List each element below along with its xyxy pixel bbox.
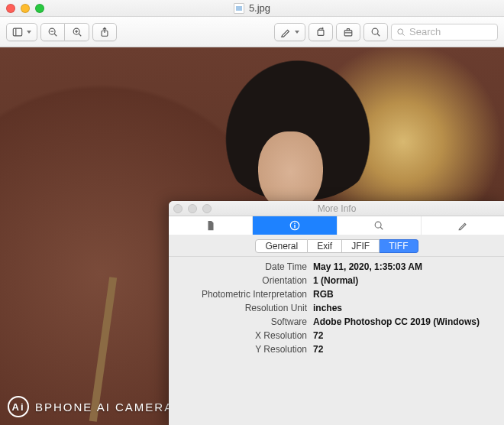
field-software: Software Adobe Photoshop CC 2019 (Window… xyxy=(179,315,494,329)
zoom-in-button[interactable] xyxy=(65,23,89,41)
svg-line-17 xyxy=(402,33,405,35)
window-title: 5.jpg xyxy=(0,2,504,14)
svg-point-21 xyxy=(375,222,381,228)
toolbox-button[interactable] xyxy=(336,23,360,41)
close-icon[interactable] xyxy=(6,4,15,13)
search-icon xyxy=(396,28,405,37)
field-value: inches xyxy=(313,303,342,313)
search-button[interactable] xyxy=(363,23,388,41)
zoom-icon[interactable] xyxy=(35,4,44,13)
toolbox-icon xyxy=(343,27,354,37)
field-key: Date Time xyxy=(179,261,313,272)
share-button[interactable] xyxy=(92,23,117,41)
field-photometric: Photometric Interpretation RGB xyxy=(179,287,494,301)
traffic-lights xyxy=(6,4,44,13)
svg-rect-0 xyxy=(13,28,21,36)
rotate-icon xyxy=(315,27,326,37)
minimize-icon[interactable] xyxy=(21,4,30,13)
svg-point-14 xyxy=(372,28,378,34)
field-key: Orientation xyxy=(179,275,313,286)
tab-annotate[interactable] xyxy=(422,216,504,235)
field-y-resolution: Y Resolution 72 xyxy=(179,342,494,356)
field-resolution-unit: Resolution Unit inches xyxy=(179,301,494,315)
tab-document[interactable] xyxy=(169,216,253,235)
info-title: More Info xyxy=(169,203,504,214)
watermark-text: BPHONE AI CAMERA xyxy=(35,401,173,414)
field-key: Software xyxy=(179,316,313,327)
tab-jfif[interactable]: JFIF xyxy=(342,239,380,253)
field-value: 72 xyxy=(313,330,323,341)
field-key: Resolution Unit xyxy=(179,303,313,313)
file-icon xyxy=(234,3,244,14)
sidebar-button[interactable] xyxy=(6,23,37,41)
highlight-icon xyxy=(280,27,291,37)
field-value: 72 xyxy=(313,344,323,355)
watermark-badge: Ai xyxy=(8,396,29,417)
tab-info[interactable] xyxy=(253,216,337,235)
svg-rect-11 xyxy=(318,30,324,35)
field-orientation: Orientation 1 (Normal) xyxy=(179,274,494,287)
svg-point-16 xyxy=(398,28,403,34)
svg-line-3 xyxy=(54,34,57,36)
preview-window: 5.jpg xyxy=(0,0,504,425)
markup-button[interactable] xyxy=(274,23,305,41)
zoom-out-button[interactable] xyxy=(40,23,65,41)
tab-general[interactable]: General xyxy=(255,239,308,253)
more-info-panel: More Info General Exif JFIF TIFF xyxy=(169,201,504,425)
document-icon xyxy=(205,220,216,231)
field-key: Y Resolution xyxy=(179,344,313,355)
titlebar: 5.jpg xyxy=(0,0,504,17)
search-placeholder: Search xyxy=(409,26,441,37)
field-value: RGB xyxy=(313,289,334,300)
field-value: 1 (Normal) xyxy=(313,275,358,286)
window-title-text: 5.jpg xyxy=(249,2,270,14)
zoom-buttons xyxy=(40,23,89,41)
svg-line-6 xyxy=(79,34,81,36)
field-date-time: Date Time May 11, 2020, 1:35:03 AM xyxy=(179,260,494,274)
svg-line-22 xyxy=(380,227,383,229)
rotate-button[interactable] xyxy=(309,23,333,41)
info-content: Date Time May 11, 2020, 1:35:03 AM Orien… xyxy=(169,257,504,425)
field-key: X Resolution xyxy=(179,330,313,341)
field-value: Adobe Photoshop CC 2019 (Windows) xyxy=(313,316,480,327)
info-primary-tabs xyxy=(169,216,504,235)
tab-search[interactable] xyxy=(338,216,422,235)
zoom-out-icon xyxy=(47,27,58,37)
field-x-resolution: X Resolution 72 xyxy=(179,329,494,342)
info-icon xyxy=(289,220,300,231)
watermark: Ai BPHONE AI CAMERA xyxy=(8,396,173,417)
info-titlebar: More Info xyxy=(169,201,504,216)
svg-line-15 xyxy=(377,34,380,36)
field-value: May 11, 2020, 1:35:03 AM xyxy=(313,261,422,272)
tab-tiff[interactable]: TIFF xyxy=(380,239,418,253)
pencil-icon xyxy=(457,220,468,231)
search-icon xyxy=(370,27,381,37)
share-icon xyxy=(99,27,110,37)
zoom-in-icon xyxy=(72,27,82,37)
search-icon xyxy=(373,220,384,231)
sidebar-icon xyxy=(12,27,23,37)
photo-face xyxy=(258,131,323,212)
toolbar: Search xyxy=(0,17,504,47)
search-input[interactable]: Search xyxy=(391,24,498,41)
tab-exif[interactable]: Exif xyxy=(308,239,342,253)
svg-rect-20 xyxy=(294,223,295,224)
svg-rect-19 xyxy=(294,225,295,228)
info-secondary-tabs: General Exif JFIF TIFF xyxy=(169,235,504,257)
field-key: Photometric Interpretation xyxy=(179,289,313,300)
